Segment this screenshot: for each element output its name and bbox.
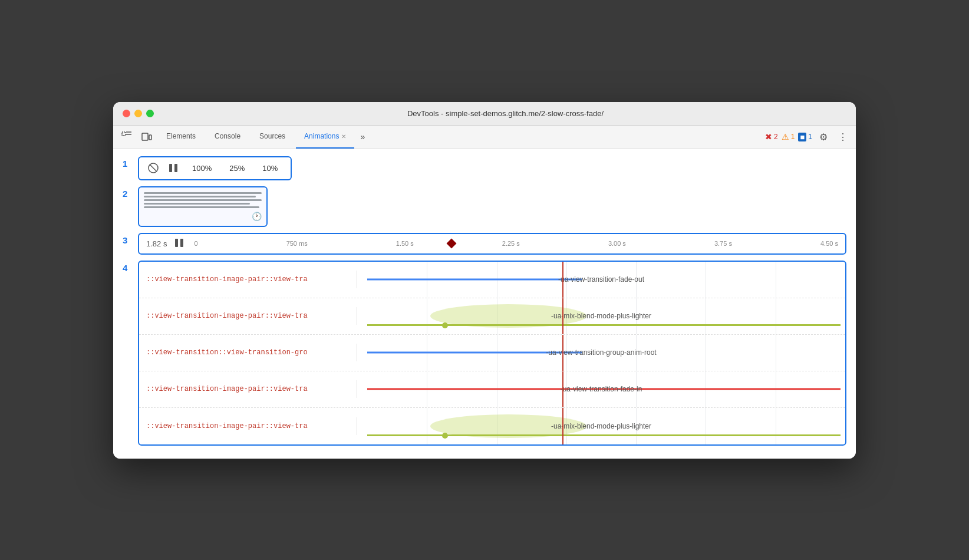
section-4-row: 4 ::view-transition-image-pair::view-tra	[123, 261, 846, 446]
animation-preview-box: 🕐	[138, 186, 268, 227]
row-1-track: -ua-view-transition-fade-out	[357, 262, 845, 298]
devtools-window: DevTools - simple-set-demos.glitch.me/2-…	[113, 102, 856, 459]
grid-line	[776, 262, 776, 298]
tab-animations[interactable]: Animations ✕	[296, 125, 354, 149]
section-2-number: 2	[123, 189, 132, 199]
clock-icon: 🕐	[252, 212, 262, 221]
section-3-number: 3	[123, 235, 132, 245]
svg-line-6	[150, 164, 157, 172]
controls-box: 100% 25% 10%	[138, 156, 292, 180]
red-vline	[562, 335, 563, 371]
table-row[interactable]: ::view-transition-image-pair::view-tra	[139, 408, 845, 444]
row-5-label: ::view-transition-image-pair::view-tra	[139, 417, 357, 435]
ruler-label-225: 2.25 s	[502, 240, 520, 247]
table-row[interactable]: ::view-transition-image-pair::view-tra	[139, 298, 845, 335]
section-3-row: 3 1.82 s 0 750 ms 1.50 s 2.25 s 3.00 s	[123, 233, 846, 255]
grid-line	[706, 408, 706, 444]
row-5-track: -ua-mix-blend-mode-plus-lighter	[357, 408, 845, 444]
preview-line	[144, 206, 259, 208]
tab-console[interactable]: Console	[206, 125, 249, 149]
window-title: DevTools - simple-set-demos.glitch.me/2-…	[164, 109, 846, 118]
svg-rect-8	[174, 164, 177, 172]
preview-line	[144, 199, 262, 201]
svg-rect-4	[149, 135, 151, 140]
bar-green	[367, 434, 841, 436]
section-1-row: 1 100% 25% 10%	[123, 156, 846, 180]
preview-line	[144, 203, 250, 205]
device-toolbar-button[interactable]	[138, 129, 156, 144]
close-button[interactable]	[123, 110, 130, 117]
row-2-name: -ua-mix-blend-mode-plus-lighter	[551, 312, 651, 320]
timeline-time: 1.82 s	[146, 239, 167, 248]
inspect-element-button[interactable]	[118, 129, 136, 144]
warn-badge: ⚠ 1	[782, 132, 795, 141]
grid-line	[776, 335, 776, 371]
main-content: 1 100% 25% 10%	[113, 149, 856, 459]
warn-icon: ⚠	[782, 132, 789, 141]
grid-line	[776, 298, 776, 334]
info-icon: ■	[798, 133, 806, 141]
preview-line	[144, 192, 262, 194]
row-2-track: -ua-mix-blend-mode-plus-lighter	[357, 298, 845, 334]
traffic-lights	[123, 110, 154, 117]
speed-100-button[interactable]: 100%	[187, 162, 216, 174]
table-row[interactable]: ::view-transition-image-pair::view-tra -…	[139, 371, 845, 408]
title-bar: DevTools - simple-set-demos.glitch.me/2-…	[113, 102, 856, 126]
ruler-labels: 0 750 ms 1.50 s 2.25 s 3.00 s 3.75 s 4.5…	[194, 240, 838, 247]
maximize-button[interactable]	[146, 110, 154, 117]
tab-elements[interactable]: Elements	[158, 125, 204, 149]
row-4-name: -ua-view-transition-fade-in	[561, 385, 642, 393]
error-icon: ✖	[765, 132, 772, 141]
preview-footer: 🕐	[144, 212, 262, 221]
timeline-header-box[interactable]: 1.82 s 0 750 ms 1.50 s 2.25 s 3.00 s 3.7…	[138, 233, 846, 255]
row-1-label: ::view-transition-image-pair::view-tra	[139, 271, 357, 288]
ruler-label-750: 750 ms	[286, 240, 308, 247]
bar-blue	[367, 279, 582, 281]
play-button[interactable]	[167, 162, 179, 174]
ruler-label-0: 0	[194, 240, 197, 247]
ruler-label-300: 3.00 s	[608, 240, 626, 247]
tab-sources[interactable]: Sources	[251, 125, 294, 149]
pause-icon[interactable]	[174, 238, 184, 250]
speed-10-button[interactable]: 10%	[258, 162, 282, 174]
row-4-label: ::view-transition-image-pair::view-tra	[139, 380, 357, 398]
preview-line	[144, 196, 256, 197]
speed-25-button[interactable]: 25%	[225, 162, 249, 174]
toolbar-right: ✖ 2 ⚠ 1 ■ 1 ⚙ ⋮	[765, 129, 851, 145]
red-vline	[562, 298, 563, 334]
section-1-number: 1	[123, 159, 132, 169]
grid-line	[427, 298, 427, 334]
grid-line	[706, 262, 706, 298]
ruler-label-375: 3.75 s	[714, 240, 732, 247]
toolbar: Elements Console Sources Animations ✕ » …	[113, 126, 856, 149]
more-tabs-button[interactable]: »	[357, 130, 368, 144]
svg-rect-0	[122, 132, 126, 136]
ruler-label-450: 4.50 s	[820, 240, 838, 247]
info-badge: ■ 1	[798, 133, 812, 141]
section-4-number: 4	[123, 263, 132, 273]
minimize-button[interactable]	[134, 110, 142, 117]
preview-lines	[144, 192, 262, 208]
table-row[interactable]: ::view-transition::view-transition-gro -…	[139, 335, 845, 371]
bar-green	[367, 324, 841, 326]
more-options-button[interactable]: ⋮	[835, 129, 851, 145]
svg-rect-7	[169, 164, 172, 172]
settings-button[interactable]: ⚙	[816, 129, 831, 145]
dot-green	[442, 322, 448, 328]
clear-button[interactable]	[147, 162, 159, 174]
error-badge: ✖ 2	[765, 132, 778, 141]
table-row[interactable]: ::view-transition-image-pair::view-tra	[139, 262, 845, 298]
row-3-track: -ua-view-transition-group-anim-root	[357, 335, 845, 371]
tab-close-icon[interactable]: ✕	[341, 133, 346, 140]
grid-line	[427, 408, 427, 444]
row-2-label: ::view-transition-image-pair::view-tra	[139, 307, 357, 325]
row-4-track: -ua-view-transition-fade-in	[357, 371, 845, 407]
red-vline	[562, 262, 563, 298]
red-vline	[562, 408, 563, 444]
row-5-name: -ua-mix-blend-mode-plus-lighter	[551, 422, 651, 430]
grid-line	[776, 408, 776, 444]
animation-rows-box: ::view-transition-image-pair::view-tra	[138, 261, 846, 446]
svg-rect-9	[175, 239, 178, 247]
row-1-name: -ua-view-transition-fade-out	[558, 275, 644, 284]
section-2-row: 2 🕐	[123, 186, 846, 227]
